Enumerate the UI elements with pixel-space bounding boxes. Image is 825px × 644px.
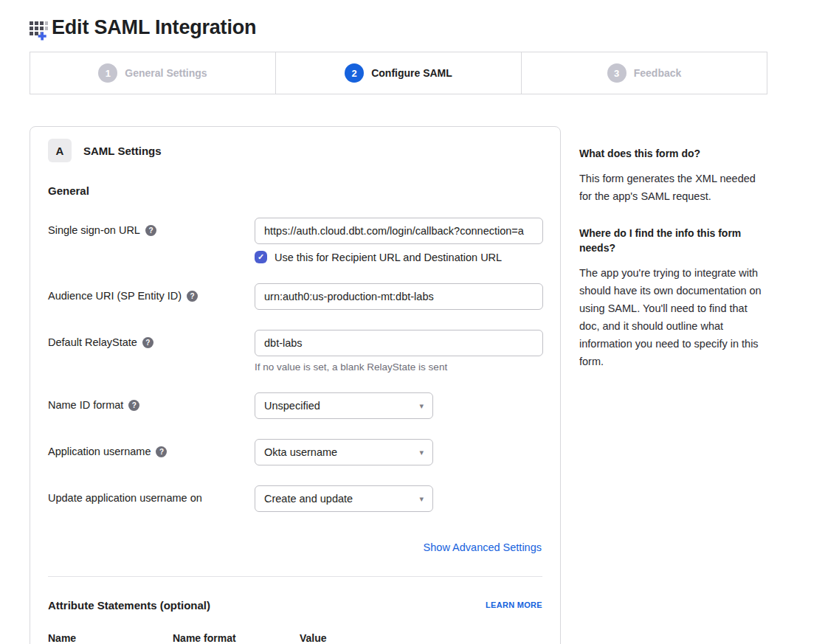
main-content: A SAML Settings General Single sign-on U…: [30, 126, 767, 644]
sso-url-input[interactable]: [255, 218, 543, 244]
chevron-down-icon: ▾: [419, 449, 424, 457]
general-heading: General: [48, 184, 542, 197]
app-username-label: Application username: [48, 446, 151, 457]
app-username-label-cell: Application username?: [48, 439, 255, 465]
sso-url-control: ✓ Use this for Recipient URL and Destina…: [255, 218, 543, 263]
help-icon[interactable]: ?: [128, 400, 139, 411]
update-app-username-select[interactable]: Create and update ▾: [255, 485, 433, 512]
help-icon[interactable]: ?: [187, 291, 198, 302]
sidebar-heading-where: Where do I find the info this form needs…: [579, 226, 767, 255]
name-id-format-label-cell: Name ID format?: [48, 392, 255, 419]
step-configure-saml[interactable]: 2 Configure SAML: [275, 52, 521, 94]
sso-url-label: Single sign-on URL: [48, 224, 140, 236]
page-header: Edit SAML Integration: [30, 16, 767, 40]
column-header-value: Value: [300, 632, 542, 644]
saml-settings-card: A SAML Settings General Single sign-on U…: [30, 126, 561, 644]
help-icon[interactable]: ?: [142, 337, 153, 348]
attribute-statements-head: Attribute Statements (optional) LEARN MO…: [48, 599, 542, 612]
help-icon[interactable]: ?: [156, 446, 167, 457]
sidebar-body-what: This form generates the XML needed for t…: [579, 170, 767, 205]
name-id-format-value: Unspecified: [264, 400, 320, 412]
update-app-username-label: Update application username on: [48, 492, 202, 504]
step-3-circle: 3: [607, 63, 626, 83]
name-id-format-row: Name ID format? Unspecified ▾: [48, 392, 542, 419]
show-advanced-settings-link[interactable]: Show Advanced Settings: [424, 541, 542, 553]
sidebar-heading-what: What does this form do?: [579, 146, 767, 161]
update-app-username-control: Create and update ▾: [255, 485, 542, 512]
edit-saml-integration-page: Edit SAML Integration 1 General Settings…: [0, 0, 825, 644]
help-icon[interactable]: ?: [145, 225, 156, 236]
section-divider: [48, 576, 542, 577]
relay-state-input[interactable]: [255, 330, 543, 356]
audience-uri-control: [255, 283, 543, 310]
step-general-settings[interactable]: 1 General Settings: [30, 52, 275, 94]
relay-state-label-cell: Default RelayState?: [48, 330, 255, 373]
sso-url-row: Single sign-on URL? ✓ Use this for Recip…: [48, 218, 542, 263]
sidebar-body-where: The app you're trying to integrate with …: [579, 264, 767, 370]
wizard-stepper: 1 General Settings 2 Configure SAML 3 Fe…: [30, 52, 767, 94]
checkbox-checked-icon[interactable]: ✓: [255, 251, 267, 263]
update-app-username-row: Update application username on Create an…: [48, 485, 542, 512]
update-app-username-label-cell: Update application username on: [48, 485, 255, 512]
relay-state-label: Default RelayState: [48, 336, 137, 348]
update-app-username-value: Create and update: [264, 493, 353, 505]
section-title: SAML Settings: [83, 145, 162, 157]
sso-url-label-cell: Single sign-on URL?: [48, 218, 255, 263]
name-id-format-select[interactable]: Unspecified ▾: [255, 392, 433, 419]
audience-uri-label-cell: Audience URI (SP Entity ID)?: [48, 283, 255, 310]
app-username-row: Application username? Okta username ▾: [48, 439, 542, 465]
step-feedback[interactable]: 3 Feedback: [521, 52, 767, 94]
chevron-down-icon: ▾: [419, 402, 424, 410]
step-2-circle: 2: [345, 63, 364, 83]
column-header-name-format: Name format: [173, 632, 300, 644]
recipient-url-checkbox-row[interactable]: ✓ Use this for Recipient URL and Destina…: [255, 251, 543, 263]
attribute-statements-heading: Attribute Statements (optional): [48, 599, 210, 612]
relay-state-control: If no value is set, a blank RelayState i…: [255, 330, 543, 373]
step-2-label: Configure SAML: [371, 67, 452, 79]
step-1-circle: 1: [98, 63, 117, 83]
audience-uri-row: Audience URI (SP Entity ID)?: [48, 283, 542, 310]
recipient-url-checkbox-label: Use this for Recipient URL and Destinati…: [275, 252, 502, 263]
relay-state-row: Default RelayState? If no value is set, …: [48, 330, 542, 373]
relay-state-hint: If no value is set, a blank RelayState i…: [255, 361, 543, 373]
name-id-format-label: Name ID format: [48, 399, 123, 411]
section-head: A SAML Settings: [48, 139, 542, 162]
column-header-name: Name: [48, 632, 173, 644]
page-title: Edit SAML Integration: [52, 16, 256, 39]
audience-uri-label: Audience URI (SP Entity ID): [48, 290, 182, 302]
learn-more-link[interactable]: LEARN MORE: [486, 600, 542, 609]
help-sidebar: What does this form do? This form genera…: [579, 126, 767, 391]
app-username-select[interactable]: Okta username ▾: [255, 439, 433, 465]
audience-uri-input[interactable]: [255, 283, 543, 310]
attribute-statements-columns: Name Name format Value: [48, 632, 542, 644]
advanced-settings-row: Show Advanced Settings: [48, 541, 542, 554]
chevron-down-icon: ▾: [419, 495, 424, 503]
name-id-format-control: Unspecified ▾: [255, 392, 542, 419]
step-3-label: Feedback: [634, 67, 682, 79]
add-app-grid-icon: [30, 19, 50, 43]
app-username-control: Okta username ▾: [255, 439, 542, 465]
app-username-value: Okta username: [264, 446, 337, 458]
section-a-badge: A: [48, 139, 72, 162]
step-1-label: General Settings: [125, 67, 207, 79]
